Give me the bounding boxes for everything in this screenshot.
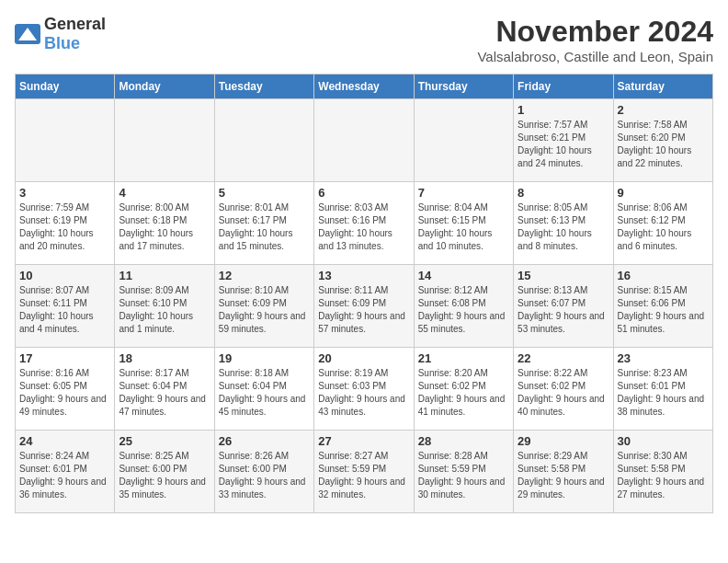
calendar-cell: 26Sunrise: 8:26 AMSunset: 6:00 PMDayligh…	[214, 431, 313, 513]
day-info: Sunrise: 8:30 AMSunset: 5:58 PMDaylight:…	[618, 450, 709, 501]
day-info: Sunrise: 8:11 AMSunset: 6:09 PMDaylight:…	[318, 284, 409, 336]
day-info: Sunrise: 7:59 AMSunset: 6:19 PMDaylight:…	[19, 201, 110, 253]
day-number: 15	[518, 269, 609, 282]
day-info: Sunrise: 8:20 AMSunset: 6:02 PMDaylight:…	[418, 367, 509, 419]
title-area: November 2024 Valsalabroso, Castille and…	[477, 15, 713, 64]
day-number: 22	[518, 351, 609, 365]
calendar-cell: 7Sunrise: 8:04 AMSunset: 6:15 PMDaylight…	[414, 182, 513, 265]
day-number: 25	[119, 434, 210, 448]
calendar-week-3: 10Sunrise: 8:07 AMSunset: 6:11 PMDayligh…	[16, 265, 713, 348]
calendar-week-4: 17Sunrise: 8:16 AMSunset: 6:05 PMDayligh…	[16, 348, 713, 431]
day-number: 21	[418, 351, 509, 365]
day-info: Sunrise: 8:13 AMSunset: 6:07 PMDaylight:…	[518, 284, 609, 336]
day-number: 20	[318, 351, 409, 365]
calendar-cell	[16, 99, 115, 182]
calendar-cell: 27Sunrise: 8:27 AMSunset: 5:59 PMDayligh…	[314, 431, 414, 513]
calendar-week-1: 1Sunrise: 7:57 AMSunset: 6:21 PMDaylight…	[16, 99, 713, 182]
day-number: 13	[318, 269, 409, 282]
calendar-cell: 24Sunrise: 8:24 AMSunset: 6:01 PMDayligh…	[16, 431, 115, 513]
day-info: Sunrise: 8:25 AMSunset: 6:00 PMDaylight:…	[119, 450, 210, 501]
day-number: 3	[19, 186, 110, 200]
day-info: Sunrise: 8:07 AMSunset: 6:11 PMDaylight:…	[19, 284, 110, 336]
logo-blue: Blue	[44, 34, 80, 52]
day-number: 26	[219, 434, 310, 448]
calendar-table: SundayMondayTuesdayWednesdayThursdayFrid…	[15, 74, 713, 513]
logo-general: General	[44, 15, 106, 33]
header: General Blue November 2024 Valsalabroso,…	[15, 15, 713, 64]
calendar-cell: 2Sunrise: 7:58 AMSunset: 6:20 PMDaylight…	[613, 99, 712, 182]
day-info: Sunrise: 8:10 AMSunset: 6:09 PMDaylight:…	[219, 284, 310, 336]
day-info: Sunrise: 8:04 AMSunset: 6:15 PMDaylight:…	[418, 201, 509, 253]
calendar-cell: 30Sunrise: 8:30 AMSunset: 5:58 PMDayligh…	[613, 431, 712, 513]
day-info: Sunrise: 8:28 AMSunset: 5:59 PMDaylight:…	[418, 450, 509, 501]
calendar-cell: 14Sunrise: 8:12 AMSunset: 6:08 PMDayligh…	[414, 265, 513, 348]
day-number: 6	[318, 186, 409, 200]
day-number: 30	[618, 434, 709, 448]
day-info: Sunrise: 8:24 AMSunset: 6:01 PMDaylight:…	[19, 450, 110, 501]
header-wednesday: Wednesday	[314, 75, 414, 99]
day-info: Sunrise: 7:57 AMSunset: 6:21 PMDaylight:…	[518, 119, 609, 170]
header-friday: Friday	[514, 75, 613, 99]
day-number: 2	[618, 103, 709, 117]
day-info: Sunrise: 8:22 AMSunset: 6:02 PMDaylight:…	[518, 367, 609, 419]
calendar-cell: 20Sunrise: 8:19 AMSunset: 6:03 PMDayligh…	[314, 348, 414, 431]
calendar-cell	[314, 99, 414, 182]
day-info: Sunrise: 8:27 AMSunset: 5:59 PMDaylight:…	[318, 450, 409, 501]
calendar-cell	[414, 99, 513, 182]
calendar-week-5: 24Sunrise: 8:24 AMSunset: 6:01 PMDayligh…	[16, 431, 713, 513]
header-monday: Monday	[115, 75, 214, 99]
calendar-cell: 16Sunrise: 8:15 AMSunset: 6:06 PMDayligh…	[613, 265, 712, 348]
calendar-cell: 3Sunrise: 7:59 AMSunset: 6:19 PMDaylight…	[16, 182, 115, 265]
day-number: 29	[518, 434, 609, 448]
day-number: 8	[518, 186, 609, 200]
logo: General Blue	[15, 15, 106, 53]
day-info: Sunrise: 8:09 AMSunset: 6:10 PMDaylight:…	[119, 284, 210, 336]
calendar-cell: 23Sunrise: 8:23 AMSunset: 6:01 PMDayligh…	[613, 348, 712, 431]
calendar-cell: 6Sunrise: 8:03 AMSunset: 6:16 PMDaylight…	[314, 182, 414, 265]
calendar-cell: 18Sunrise: 8:17 AMSunset: 6:04 PMDayligh…	[115, 348, 214, 431]
subtitle: Valsalabroso, Castille and Leon, Spain	[477, 49, 713, 64]
calendar-cell: 13Sunrise: 8:11 AMSunset: 6:09 PMDayligh…	[314, 265, 414, 348]
day-info: Sunrise: 8:00 AMSunset: 6:18 PMDaylight:…	[119, 201, 210, 253]
day-number: 14	[418, 269, 509, 282]
calendar-cell: 1Sunrise: 7:57 AMSunset: 6:21 PMDaylight…	[514, 99, 613, 182]
day-number: 27	[318, 434, 409, 448]
logo-icon	[15, 24, 40, 44]
calendar-cell: 22Sunrise: 8:22 AMSunset: 6:02 PMDayligh…	[514, 348, 613, 431]
calendar-cell	[214, 99, 313, 182]
calendar-week-2: 3Sunrise: 7:59 AMSunset: 6:19 PMDaylight…	[16, 182, 713, 265]
day-number: 5	[219, 186, 310, 200]
day-info: Sunrise: 8:18 AMSunset: 6:04 PMDaylight:…	[219, 367, 310, 419]
day-number: 28	[418, 434, 509, 448]
calendar-cell: 10Sunrise: 8:07 AMSunset: 6:11 PMDayligh…	[16, 265, 115, 348]
day-number: 1	[518, 103, 609, 117]
day-info: Sunrise: 8:15 AMSunset: 6:06 PMDaylight:…	[618, 284, 709, 336]
calendar-cell: 29Sunrise: 8:29 AMSunset: 5:58 PMDayligh…	[514, 431, 613, 513]
calendar-cell: 19Sunrise: 8:18 AMSunset: 6:04 PMDayligh…	[214, 348, 313, 431]
calendar-cell: 9Sunrise: 8:06 AMSunset: 6:12 PMDaylight…	[613, 182, 712, 265]
calendar-cell: 11Sunrise: 8:09 AMSunset: 6:10 PMDayligh…	[115, 265, 214, 348]
header-sunday: Sunday	[16, 75, 115, 99]
day-info: Sunrise: 8:06 AMSunset: 6:12 PMDaylight:…	[618, 201, 709, 253]
day-number: 19	[219, 351, 310, 365]
day-number: 10	[19, 269, 110, 282]
day-info: Sunrise: 7:58 AMSunset: 6:20 PMDaylight:…	[618, 119, 709, 170]
calendar-cell: 5Sunrise: 8:01 AMSunset: 6:17 PMDaylight…	[214, 182, 313, 265]
calendar-cell	[115, 99, 214, 182]
calendar-cell: 4Sunrise: 8:00 AMSunset: 6:18 PMDaylight…	[115, 182, 214, 265]
day-number: 4	[119, 186, 210, 200]
calendar-cell: 25Sunrise: 8:25 AMSunset: 6:00 PMDayligh…	[115, 431, 214, 513]
day-number: 9	[618, 186, 709, 200]
day-number: 17	[19, 351, 110, 365]
calendar-cell: 17Sunrise: 8:16 AMSunset: 6:05 PMDayligh…	[16, 348, 115, 431]
header-saturday: Saturday	[613, 75, 712, 99]
day-info: Sunrise: 8:05 AMSunset: 6:13 PMDaylight:…	[518, 201, 609, 253]
header-tuesday: Tuesday	[214, 75, 313, 99]
day-info: Sunrise: 8:12 AMSunset: 6:08 PMDaylight:…	[418, 284, 509, 336]
calendar-cell: 8Sunrise: 8:05 AMSunset: 6:13 PMDaylight…	[514, 182, 613, 265]
day-info: Sunrise: 8:23 AMSunset: 6:01 PMDaylight:…	[618, 367, 709, 419]
day-number: 23	[618, 351, 709, 365]
day-info: Sunrise: 8:03 AMSunset: 6:16 PMDaylight:…	[318, 201, 409, 253]
day-info: Sunrise: 8:01 AMSunset: 6:17 PMDaylight:…	[219, 201, 310, 253]
day-info: Sunrise: 8:17 AMSunset: 6:04 PMDaylight:…	[119, 367, 210, 419]
